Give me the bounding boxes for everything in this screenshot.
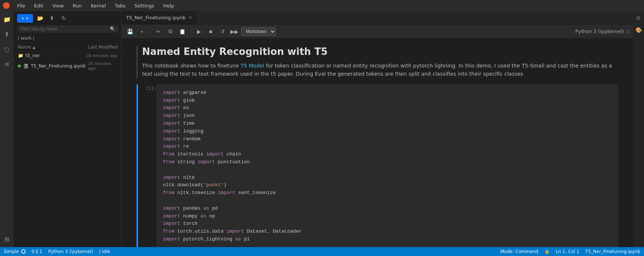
folder-icon: 📁: [18, 53, 23, 58]
markdown-cell: Named Entity Recognition with T5 This no…: [137, 46, 618, 78]
run-all-btn[interactable]: ▶▶: [229, 26, 240, 37]
status-mode-label: Simple: [4, 249, 19, 254]
app-logo: [3, 2, 10, 9]
status-circle-icon: [21, 249, 26, 254]
git-icon[interactable]: ○: [2, 44, 12, 54]
upload-btn[interactable]: ⬆: [47, 13, 57, 23]
notebook-title: Named Entity Recognition with T5: [142, 46, 618, 57]
tab-label: T5_Ner_Finetuning.ipynb: [126, 15, 186, 20]
icon-sidebar: 📁 ⬆ ○ ≡ ⊞: [0, 11, 14, 247]
status-idle: | Idle: [99, 249, 110, 254]
cut-btn[interactable]: ✂: [153, 26, 164, 37]
search-bar: 🔍: [17, 25, 118, 33]
toolbar-divider2: [190, 28, 191, 35]
file-panel: + + 📂 ⬆ ↻ 🔍 / work / Name ▲ Last Modifie…: [14, 11, 122, 247]
main-layout: 📁 ⬆ ○ ≡ ⊞ + + 📂 ⬆ ↻ 🔍 / work / Name ▲ La…: [0, 11, 644, 247]
cell-code[interactable]: import argparse import glob import os im…: [157, 84, 618, 247]
plus-icon: +: [22, 16, 24, 21]
kernel-selector: Python 3 (ipykernel): [575, 29, 630, 34]
search-icon: 🔍: [110, 26, 115, 32]
notebook-content[interactable]: Named Entity Recognition with T5 This no…: [122, 39, 633, 247]
refresh-btn[interactable]: ↻: [59, 13, 69, 23]
status-command-mode: Mode: Command: [500, 249, 538, 254]
menu-edit[interactable]: Edit: [33, 2, 45, 9]
save-btn[interactable]: 💾: [125, 26, 135, 37]
file-list-header: Name ▲ Last Modified: [14, 43, 121, 52]
kernel-name: Python 3 (ipykernel): [575, 29, 624, 34]
menu-file[interactable]: File: [16, 2, 27, 9]
breadcrumb: / work /: [14, 35, 121, 43]
cell-type-select[interactable]: Markdown Code Raw: [241, 27, 276, 36]
palette-icon[interactable]: 🎨: [634, 26, 643, 34]
notebook-area: T5_Ner_Finetuning.ipynb ✕ 💾 + ✂ ⧉ 📋 ▶ ■ …: [122, 11, 633, 247]
status-numbers: 0 § 1: [32, 249, 42, 254]
menu-help[interactable]: Help: [162, 2, 176, 9]
kernel-status-circle: [626, 30, 630, 33]
status-bar: Simple 0 § 1 Python 3 (ipykernel) | Idle…: [0, 247, 644, 256]
add-cell-btn[interactable]: +: [137, 26, 147, 37]
status-right: Mode: Command 🔒 Ln 1, Col 1 T5_Ner_Finet…: [500, 249, 640, 254]
notebook-icon: 📓: [23, 63, 29, 69]
t5-link[interactable]: T5 Model: [241, 63, 264, 69]
sort-arrow: ▲: [32, 45, 35, 49]
extensions-icon[interactable]: ⊞: [2, 234, 12, 244]
menu-kernel[interactable]: Kernel: [89, 2, 108, 9]
tab-bar: T5_Ner_Finetuning.ipynb ✕: [122, 11, 633, 24]
folder-icon-btn[interactable]: 📂: [35, 13, 45, 23]
files-icon[interactable]: 📁: [2, 14, 12, 24]
upload-icon[interactable]: ⬆: [2, 29, 12, 39]
tab-close-icon[interactable]: ✕: [188, 14, 193, 21]
menubar: File Edit View Run Kernel Tabs Settings …: [0, 0, 644, 11]
status-filename: T5_Ner_Finetuning.ipynb: [585, 249, 640, 254]
active-dot: [18, 65, 21, 68]
menu-view[interactable]: View: [51, 2, 65, 9]
name-sort[interactable]: Name ▲: [18, 45, 35, 50]
settings-right-icon[interactable]: ⚙: [634, 14, 643, 22]
status-kernel: Python 3 (ipykernel): [48, 249, 93, 254]
run-btn[interactable]: ▶: [194, 26, 204, 37]
new-button[interactable]: + +: [17, 14, 33, 23]
notebook-toolbar: 💾 + ✂ ⧉ 📋 ▶ ■ ↺ ▶▶ Markdown Code Raw Pyt…: [122, 24, 633, 39]
toolbar-divider: [150, 28, 150, 35]
file-toolbar: + + 📂 ⬆ ↻: [14, 11, 121, 25]
menu-run[interactable]: Run: [71, 2, 83, 9]
restart-btn[interactable]: ↺: [217, 26, 228, 37]
list-item[interactable]: 📁 t5_ner 18 minutes ago: [14, 52, 121, 60]
status-position: Ln 1, Col 1: [556, 249, 579, 254]
status-shield-icon: 🔒: [544, 249, 550, 254]
file-list: 📁 t5_ner 18 minutes ago 📓 T5_Ner_Finetun…: [14, 52, 121, 247]
paste-btn[interactable]: 📋: [177, 26, 187, 37]
menu-settings[interactable]: Settings: [133, 2, 155, 9]
right-panel: ⚙ 🎨: [633, 11, 644, 247]
search-input[interactable]: [20, 26, 108, 32]
notebook-tab[interactable]: T5_Ner_Finetuning.ipynb ✕: [122, 11, 198, 24]
copy-btn[interactable]: ⧉: [165, 26, 175, 37]
code-cell: [1]: import argparse import glob import …: [137, 84, 618, 247]
cell-number: [1]:: [138, 84, 157, 247]
menu-tabs[interactable]: Tabs: [114, 2, 127, 9]
list-item[interactable]: 📓 T5_Ner_Finetuning.ipynb 16 minutes ago: [14, 60, 121, 72]
status-simple: Simple: [4, 249, 26, 254]
list-icon[interactable]: ≡: [2, 59, 12, 69]
notebook-description: This notebook shows how to finetune T5 M…: [142, 62, 618, 78]
stop-btn[interactable]: ■: [206, 26, 216, 37]
